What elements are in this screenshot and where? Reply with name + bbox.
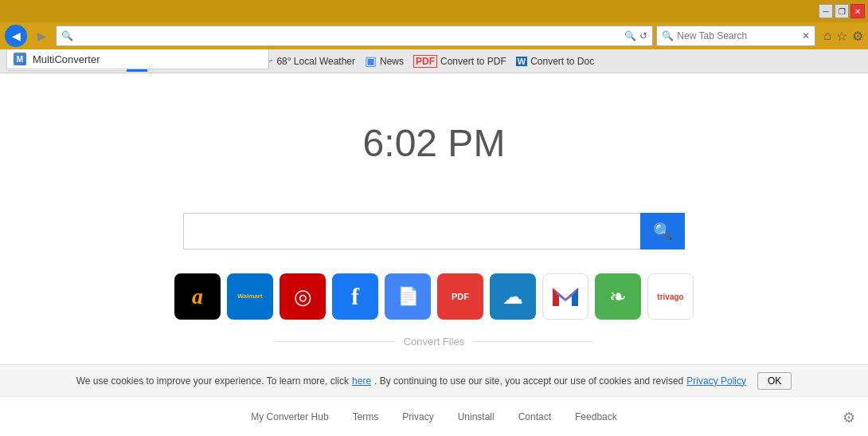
docs-icon: 📄 <box>397 286 419 307</box>
trivago-icon: trivago <box>657 293 683 301</box>
cookie-text-2: . By continuing to use our site, you acc… <box>374 375 683 387</box>
forward-button[interactable]: ▶ <box>30 25 53 47</box>
main-content: 6:02 PM 🔍 a Walmart ◎ <box>0 73 868 364</box>
search-icon: 🔍 <box>61 30 73 41</box>
new-tab-search-bar[interactable]: 🔍 ✕ <box>656 26 815 46</box>
browser-content: M MultiConverter 6:02 PM 🔍 a Walmart <box>0 73 868 436</box>
quicklink-target[interactable]: ◎ <box>280 273 326 320</box>
minimize-button[interactable]: ─ <box>819 4 833 18</box>
convert-to-pdf-label: Convert to PDF <box>440 56 506 67</box>
convert-files-section: Convert Files <box>275 336 593 348</box>
convert-to-doc-label: Convert to Doc <box>530 56 594 67</box>
restore-button[interactable]: ❐ <box>835 4 849 18</box>
leaf-icon: ❧ <box>609 285 627 309</box>
main-search-box[interactable]: 🔍 <box>183 213 685 249</box>
bookmark-convert-to-doc[interactable]: W Convert to Doc <box>516 56 594 67</box>
cookie-here-link[interactable]: here <box>352 375 371 387</box>
bookmark-local-weather[interactable]: 〜 68° Local Weather <box>262 54 355 69</box>
cookie-text-1: We use cookies to improve your experienc… <box>76 375 349 387</box>
pdf-icon: PDF <box>413 55 437 68</box>
convert-line-left <box>275 341 396 342</box>
footer-link-my-converter-hub[interactable]: My Converter Hub <box>251 411 328 422</box>
multiconverter-label: MultiConverter <box>33 53 100 65</box>
footer-settings-icon[interactable]: ⚙ <box>843 409 855 426</box>
bookmark-convert-to-pdf[interactable]: PDF Convert to PDF <box>413 55 506 68</box>
clock-display: 6:02 PM <box>363 121 506 165</box>
quicklink-trivago[interactable]: trivago <box>647 273 694 320</box>
bookmark-news[interactable]: ▣ News <box>365 53 404 69</box>
refresh-icon[interactable]: ↺ <box>639 30 647 41</box>
doc-icon: W <box>516 57 527 66</box>
amazon-icon: a <box>192 284 203 309</box>
new-tab-close-icon[interactable]: ✕ <box>802 30 810 41</box>
walmart-icon: Walmart <box>237 293 262 300</box>
back-button[interactable]: ◀ <box>5 25 27 47</box>
quicklink-docs[interactable]: 📄 <box>385 273 431 320</box>
main-search-button[interactable]: 🔍 <box>640 213 685 249</box>
convert-line-right <box>472 341 593 342</box>
browser-window: ─ ❐ ✕ ◀ ▶ 🔍 http://search.hmyconverterhu… <box>0 0 868 436</box>
cookie-ok-button[interactable]: OK <box>757 372 792 390</box>
title-bar: ─ ❐ ✕ <box>0 0 868 22</box>
footer: My Converter Hub Terms Privacy Uninstall… <box>0 396 868 436</box>
cloud-icon: ☁ <box>502 285 523 309</box>
settings-nav-icon[interactable]: ⚙ <box>852 29 863 44</box>
quicklink-green[interactable]: ❧ <box>595 273 641 320</box>
pdf-ql-icon: PDF <box>452 292 469 301</box>
footer-link-feedback[interactable]: Feedback <box>575 411 617 422</box>
news-icon: ▣ <box>365 53 377 69</box>
news-label: News <box>380 56 404 67</box>
quick-links: a Walmart ◎ f 📄 <box>174 273 694 320</box>
facebook-icon: f <box>351 283 359 310</box>
favorites-icon[interactable]: ☆ <box>836 29 847 44</box>
new-tab-search-input[interactable] <box>677 30 799 41</box>
main-search-icon: 🔍 <box>653 222 673 241</box>
footer-link-uninstall[interactable]: Uninstall <box>458 411 495 422</box>
quicklink-facebook[interactable]: f <box>332 273 378 320</box>
address-bar[interactable]: 🔍 http://search.hmyconverterhub.com/ 🔍 ↺ <box>56 26 653 46</box>
footer-link-contact[interactable]: Contact <box>518 411 551 422</box>
main-search-input[interactable] <box>183 213 640 249</box>
quicklink-walmart[interactable]: Walmart <box>227 273 273 320</box>
forward-icon: ▶ <box>37 29 46 42</box>
gmail-svg-icon <box>551 285 580 308</box>
search-small-icon: 🔍 <box>624 30 636 41</box>
quicklink-weather[interactable]: ☁ <box>490 273 536 320</box>
address-input[interactable]: http://search.hmyconverterhub.com/ <box>76 30 621 41</box>
privacy-policy-link[interactable]: Privacy Policy <box>686 375 746 387</box>
quicklink-amazon[interactable]: a <box>174 273 221 320</box>
address-bar-icons: 🔍 ↺ <box>624 30 647 41</box>
target-icon: ◎ <box>294 285 312 309</box>
footer-link-terms[interactable]: Terms <box>353 411 379 422</box>
footer-link-privacy[interactable]: Privacy <box>402 411 433 422</box>
multiconverter-icon: M <box>14 53 26 65</box>
dropdown-suggestion[interactable]: M MultiConverter <box>6 49 269 69</box>
local-weather-label: 68° Local Weather <box>276 56 355 67</box>
new-tab-search-icon: 🔍 <box>662 30 674 41</box>
cookie-bar: We use cookies to improve your experienc… <box>0 364 868 396</box>
quicklink-gmail[interactable] <box>542 273 588 320</box>
nav-icons: ⌂ ☆ ⚙ <box>823 29 863 44</box>
convert-files-label: Convert Files <box>404 336 465 348</box>
nav-bar: ◀ ▶ 🔍 http://search.hmyconverterhub.com/… <box>0 22 868 49</box>
close-button[interactable]: ✕ <box>850 4 865 18</box>
title-bar-controls: ─ ❐ ✕ <box>819 4 865 18</box>
back-icon: ◀ <box>12 29 21 42</box>
quicklink-pdf[interactable]: PDF <box>437 273 483 320</box>
home-icon[interactable]: ⌂ <box>823 29 831 43</box>
